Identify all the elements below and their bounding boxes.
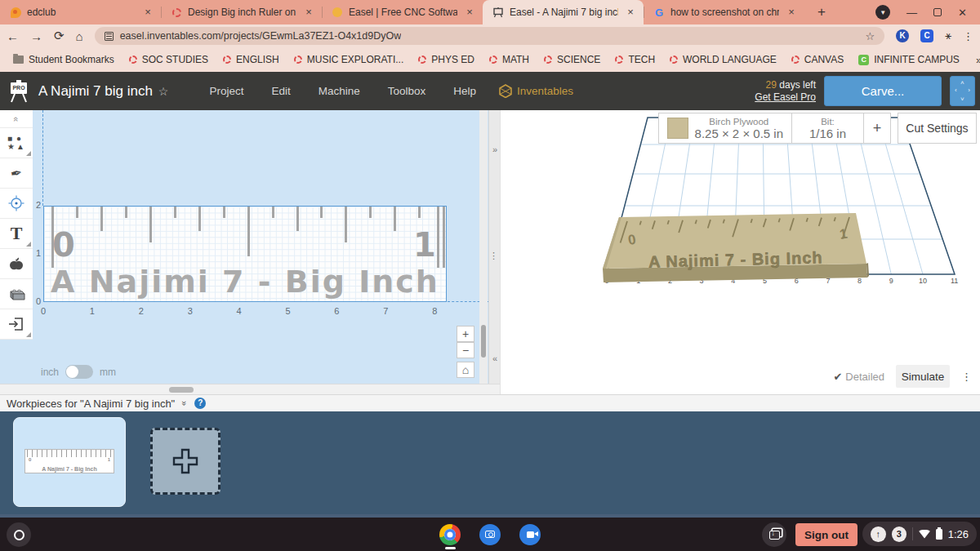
workpiece-ruler-design[interactable]: 0 1 A Najimi 7 - Big Inch: [43, 206, 447, 302]
panel-divider[interactable]: » ⋮⋮ «: [488, 110, 500, 384]
tab-design-ruler[interactable]: Design Big inch Ruler on Easel ×: [161, 0, 322, 24]
get-easel-pro-link[interactable]: Get Easel Pro: [755, 91, 816, 103]
zoom-in-button[interactable]: +: [457, 326, 474, 342]
menu-machine[interactable]: Machine: [318, 85, 360, 97]
inch-mm-toggle[interactable]: [65, 365, 93, 379]
camera-app-icon[interactable]: [479, 524, 501, 545]
new-tab-button[interactable]: +: [811, 2, 832, 23]
address-bar[interactable]: easel.inventables.com/projects/GEwmLa37E…: [95, 27, 885, 45]
shapes-tool[interactable]: ■●★▲: [0, 128, 33, 158]
expand-right-icon[interactable]: »: [489, 144, 501, 154]
ruler-number-0[interactable]: 0: [52, 226, 75, 264]
x-axis-label: 4: [231, 306, 247, 316]
chrome-app-icon[interactable]: [439, 524, 461, 545]
easel-pro-logo-icon[interactable]: PRO: [7, 79, 30, 104]
tab-easel-software[interactable]: Easel | Free CNC Software | Inve ×: [322, 0, 483, 24]
screen-capture-button[interactable]: [762, 522, 786, 547]
tab-close-icon[interactable]: ×: [785, 6, 798, 19]
import-tool[interactable]: [0, 309, 33, 340]
bookmark-phys-ed[interactable]: PHYS ED: [413, 54, 479, 65]
material-button[interactable]: Birch Plywood 8.25 × 2 × 0.5 in: [658, 113, 792, 144]
bookmark-soc-studies[interactable]: SOC STUDIES: [124, 54, 213, 65]
launcher-button[interactable]: [7, 522, 31, 547]
browser-menu-icon[interactable]: ⋮: [963, 30, 973, 42]
inventables-link[interactable]: Inventables: [499, 84, 573, 98]
extension-k-icon[interactable]: K: [896, 29, 909, 42]
bookmark-math[interactable]: MATH: [484, 54, 534, 65]
bookmark-world-language[interactable]: WORLD LANGUAGE: [665, 54, 782, 65]
ruler-title-text[interactable]: A Najimi 7 - Big Inch: [44, 264, 446, 300]
menu-edit[interactable]: Edit: [271, 85, 290, 97]
collapse-tools-button[interactable]: «: [0, 110, 33, 128]
preview-3d-panel[interactable]: 01 23 45 67 89 1011 0 1 A Najimi 7 - Big…: [500, 110, 980, 394]
bit-button[interactable]: Bit: 1/16 in: [792, 113, 864, 144]
detailed-toggle[interactable]: ✔Detailed: [833, 371, 884, 383]
restore-icon[interactable]: [933, 8, 942, 16]
tab-close-icon[interactable]: ×: [463, 6, 476, 19]
drill-point-tool[interactable]: [0, 189, 33, 219]
collapse-left-icon[interactable]: «: [489, 353, 501, 363]
active-app-indicator: [445, 547, 456, 549]
home-icon[interactable]: ⌂: [76, 29, 83, 43]
extension-c-icon[interactable]: C: [920, 29, 933, 42]
favorite-star-icon[interactable]: ☆: [158, 85, 169, 98]
jog-controls-button[interactable]: ˄˅ ‹›: [950, 76, 975, 106]
bookmark-folder-student[interactable]: Student Bookmarks: [8, 54, 119, 65]
close-icon[interactable]: ✕: [958, 7, 967, 19]
bookmark-canvas[interactable]: CANVAS: [786, 54, 849, 65]
board-3d[interactable]: 0 1 A Najimi 7 - Big Inch: [603, 213, 869, 282]
material-swatch: [667, 118, 688, 139]
tab-edclub[interactable]: edclub ×: [0, 0, 161, 24]
canvas-horizontal-scrollbar[interactable]: [0, 384, 500, 394]
add-bit-button[interactable]: +: [864, 113, 891, 144]
meet-app-icon[interactable]: [519, 524, 541, 545]
menu-toolbox[interactable]: Toolbox: [388, 85, 426, 97]
workpieces-title: Workpieces for "A Najimi 7 big inch": [7, 398, 175, 410]
menu-project[interactable]: Project: [209, 85, 243, 97]
design-canvas[interactable]: 2 1 0 0 1 A Najimi 7 - Big Inch 01234567…: [33, 110, 488, 384]
reload-icon[interactable]: ⟳: [54, 29, 65, 43]
tab-title: how to screenshot on chromeb: [670, 7, 779, 18]
tab-easel-project-active[interactable]: Easel - A Najimi 7 big inch ×: [483, 0, 644, 24]
tab-close-icon[interactable]: ×: [624, 6, 637, 19]
bookmark-music[interactable]: MUSIC EXPLORATI...: [289, 54, 408, 65]
workpiece-thumbnail-selected[interactable]: 0 1 A Najimi 7 - Big Inch: [13, 417, 126, 507]
projects-library-tool[interactable]: [0, 279, 33, 309]
project-title[interactable]: A Najimi 7 big inch: [38, 83, 153, 100]
tab-close-icon[interactable]: ×: [302, 6, 315, 19]
canvas-vertical-scrollbar[interactable]: [479, 110, 488, 384]
icon-library-tool[interactable]: [0, 249, 33, 279]
add-workpiece-button[interactable]: [150, 428, 220, 495]
ruler-number-1[interactable]: 1: [413, 226, 436, 264]
cut-settings-button[interactable]: Cut Settings: [898, 113, 977, 144]
bookmark-science[interactable]: SCIENCE: [539, 54, 605, 65]
status-tray[interactable]: ↑ 3 1:26: [862, 522, 977, 546]
tab-close-icon[interactable]: ×: [141, 6, 154, 19]
pen-tool[interactable]: ✒: [0, 158, 33, 189]
forward-icon[interactable]: →: [30, 29, 42, 43]
bookmarks-overflow-icon[interactable]: »: [969, 54, 980, 66]
zoom-out-button[interactable]: −: [457, 342, 474, 358]
sign-out-button[interactable]: Sign out: [795, 523, 858, 546]
infinite-campus-icon: C: [858, 55, 869, 65]
simulate-button[interactable]: Simulate: [896, 365, 950, 388]
bookmark-english[interactable]: ENGLISH: [218, 54, 284, 65]
bookmark-star-icon[interactable]: ☆: [866, 30, 875, 42]
divider-drag-handle[interactable]: ⋮⋮: [489, 251, 501, 261]
menu-help[interactable]: Help: [453, 85, 476, 97]
back-icon[interactable]: ←: [7, 29, 19, 43]
carve-button[interactable]: Carve...: [824, 76, 942, 106]
extensions-puzzle-icon[interactable]: ⚹: [945, 29, 951, 42]
tab-how-to-screenshot[interactable]: G how to screenshot on chromeb ×: [644, 0, 804, 24]
window-menu-icon[interactable]: ▼: [875, 5, 890, 20]
collapse-workpieces-icon[interactable]: »: [180, 401, 189, 406]
help-icon[interactable]: ?: [194, 398, 206, 409]
text-tool[interactable]: T: [0, 219, 33, 249]
zoom-home-button[interactable]: ⌂: [457, 362, 474, 378]
google-favicon: G: [653, 7, 665, 18]
site-info-icon[interactable]: [105, 32, 114, 41]
bookmark-tech[interactable]: TECH: [610, 54, 660, 65]
bookmark-infinite-campus[interactable]: CINFINITE CAMPUS: [853, 54, 964, 65]
simulate-menu-icon[interactable]: ⋮: [961, 371, 972, 383]
minimize-icon[interactable]: —: [906, 7, 917, 19]
